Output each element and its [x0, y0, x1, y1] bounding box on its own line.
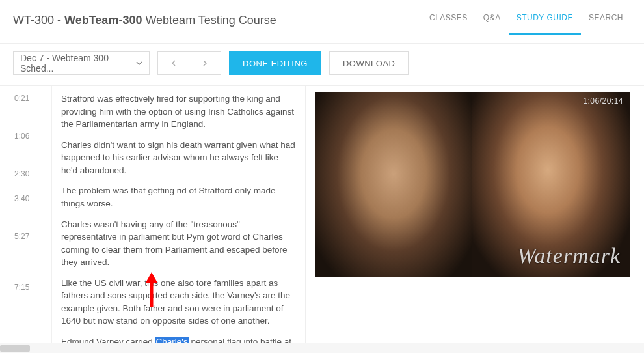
timestamp[interactable]: 2:30 — [0, 165, 51, 190]
note-text[interactable]: Stratford was effectively fired for supp… — [61, 90, 296, 136]
toolbar: Dec 7 - Webteam 300 Sched... DONE EDITIN… — [0, 44, 644, 86]
timestamp[interactable]: 1:06 — [0, 128, 51, 165]
note-text[interactable]: The problem was that getting rid of Stra… — [61, 182, 296, 215]
top-bar: WT-300 - WebTeam-300 Webteam Testing Cou… — [0, 0, 644, 44]
timestamp[interactable]: 5:27 — [0, 228, 51, 279]
video-time-display: 1:06/20:14 — [583, 96, 623, 106]
course-code: WT-300 — [13, 14, 54, 27]
timestamp[interactable]: 7:15 — [0, 279, 51, 292]
schedule-select[interactable]: Dec 7 - Webteam 300 Sched... — [13, 51, 150, 75]
chevron-right-icon — [202, 58, 208, 68]
note-text[interactable]: Charles wasn't having any of the "treaso… — [61, 216, 296, 274]
notes-panel: 0:21 1:06 2:30 3:40 5:27 7:15 Stratford … — [0, 86, 306, 353]
horizontal-scrollbar[interactable] — [0, 343, 644, 353]
download-button[interactable]: DOWNLOAD — [329, 51, 409, 75]
course-short: WebTeam-300 — [64, 14, 142, 27]
timestamp[interactable]: 3:40 — [0, 190, 51, 228]
pager — [157, 51, 221, 75]
notes-column: Stratford was effectively fired for supp… — [52, 86, 305, 353]
timestamp[interactable]: 0:21 — [0, 90, 51, 128]
page-title: WT-300 - WebTeam-300 Webteam Testing Cou… — [13, 14, 276, 27]
video-panel: 1:06/20:14 Watermark — [306, 86, 644, 353]
video-player[interactable]: 1:06/20:14 Watermark — [315, 92, 630, 277]
portrait-left — [315, 92, 472, 277]
chevron-down-icon — [136, 58, 142, 68]
main-area: 0:21 1:06 2:30 3:40 5:27 7:15 Stratford … — [0, 86, 644, 353]
watermark-text: Watermark — [517, 244, 621, 268]
course-title: Webteam Testing Course — [142, 14, 276, 27]
schedule-select-label: Dec 7 - Webteam 300 Sched... — [20, 53, 136, 74]
tab-search[interactable]: SEARCH — [581, 7, 631, 34]
note-text[interactable]: Charles didn't want to sign his death wa… — [61, 136, 296, 182]
tab-study-guide[interactable]: STUDY GUIDE — [509, 7, 581, 34]
chevron-left-icon — [170, 58, 177, 68]
prev-button[interactable] — [158, 52, 189, 74]
timestamp-column: 0:21 1:06 2:30 3:40 5:27 7:15 — [0, 86, 52, 353]
scrollbar-thumb[interactable] — [0, 345, 30, 352]
tab-qa[interactable]: Q&A — [476, 7, 509, 34]
next-button[interactable] — [189, 52, 221, 74]
note-text[interactable]: Like the US civil war, this one also tor… — [61, 274, 296, 333]
tab-classes[interactable]: CLASSES — [422, 7, 476, 34]
done-editing-button[interactable]: DONE EDITING — [229, 51, 321, 75]
nav-tabs: CLASSES Q&A STUDY GUIDE SEARCH — [422, 7, 631, 34]
